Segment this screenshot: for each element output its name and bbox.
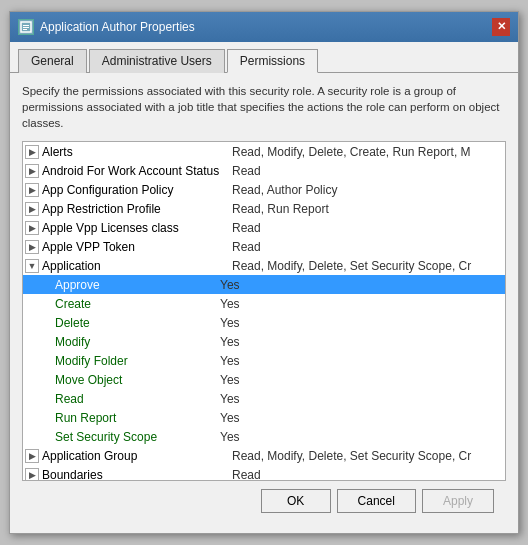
tree-item-perms: Read, Author Policy xyxy=(222,183,503,197)
description-text: Specify the permissions associated with … xyxy=(22,83,506,131)
window-title: Application Author Properties xyxy=(40,20,195,34)
expand-icon[interactable]: ▶ xyxy=(25,221,39,235)
tree-row[interactable]: ▶ Boundaries Read xyxy=(23,465,505,480)
tree-row[interactable]: ▶ App Configuration Policy Read, Author … xyxy=(23,180,505,199)
tree-row[interactable]: Move Object Yes xyxy=(23,370,505,389)
child-item-label: Modify xyxy=(55,335,210,349)
tree-row[interactable]: ▶ Apple Vpp Licenses class Read xyxy=(23,218,505,237)
tree-row[interactable]: ▶ Application Group Read, Modify, Delete… xyxy=(23,446,505,465)
child-item-label: Approve xyxy=(55,278,210,292)
tree-item-perms: Read, Modify, Delete, Set Security Scope… xyxy=(222,449,503,463)
tree-row[interactable]: ▶ Alerts Read, Modify, Delete, Create, R… xyxy=(23,142,505,161)
tree-row[interactable]: Set Security Scope Yes xyxy=(23,427,505,446)
title-bar-left: Application Author Properties xyxy=(18,19,195,35)
child-item-label: Run Report xyxy=(55,411,210,425)
svg-rect-2 xyxy=(23,27,29,28)
child-item-label: Set Security Scope xyxy=(55,430,210,444)
expand-icon[interactable]: ▶ xyxy=(25,240,39,254)
tree-row[interactable]: Delete Yes xyxy=(23,313,505,332)
expand-icon[interactable]: ▶ xyxy=(25,164,39,178)
tree-item-label: Apple Vpp Licenses class xyxy=(42,221,222,235)
tree-row[interactable]: ▶ App Restriction Profile Read, Run Repo… xyxy=(23,199,505,218)
child-item-perms: Yes xyxy=(210,430,240,444)
tree-row-selected[interactable]: Approve Yes xyxy=(23,275,505,294)
tree-row[interactable]: ▼ Application Read, Modify, Delete, Set … xyxy=(23,256,505,275)
tree-row[interactable]: Read Yes xyxy=(23,389,505,408)
tree-row[interactable]: ▶ Apple VPP Token Read xyxy=(23,237,505,256)
svg-rect-3 xyxy=(23,29,27,30)
child-item-perms: Yes xyxy=(210,297,240,311)
child-item-label: Read xyxy=(55,392,210,406)
tab-admin-users[interactable]: Administrative Users xyxy=(89,49,225,73)
tree-item-label: Alerts xyxy=(42,145,222,159)
child-item-label: Delete xyxy=(55,316,210,330)
content-area: Specify the permissions associated with … xyxy=(10,73,518,533)
tree-item-perms: Read xyxy=(222,164,503,178)
tree-item-label: Apple VPP Token xyxy=(42,240,222,254)
expand-icon[interactable]: ▶ xyxy=(25,468,39,481)
svg-rect-1 xyxy=(23,25,29,26)
child-item-perms: Yes xyxy=(210,335,240,349)
tree-row[interactable]: Create Yes xyxy=(23,294,505,313)
child-item-perms: Yes xyxy=(210,316,240,330)
child-item-perms: Yes xyxy=(210,278,240,292)
tree-item-perms: Read xyxy=(222,468,503,481)
window-icon xyxy=(18,19,34,35)
tree-item-perms: Read, Modify, Delete, Set Security Scope… xyxy=(222,259,503,273)
ok-button[interactable]: OK xyxy=(261,489,331,513)
tree-item-perms: Read, Run Report xyxy=(222,202,503,216)
main-window: Application Author Properties ✕ General … xyxy=(9,11,519,534)
tree-item-label: Boundaries xyxy=(42,468,222,481)
tree-row[interactable]: Modify Folder Yes xyxy=(23,351,505,370)
expand-icon[interactable]: ▶ xyxy=(25,145,39,159)
expand-icon[interactable]: ▶ xyxy=(25,449,39,463)
tree-item-perms: Read, Modify, Delete, Create, Run Report… xyxy=(222,145,503,159)
permissions-tree[interactable]: ▶ Alerts Read, Modify, Delete, Create, R… xyxy=(22,141,506,481)
tab-general[interactable]: General xyxy=(18,49,87,73)
tree-item-label: App Configuration Policy xyxy=(42,183,222,197)
child-item-label: Modify Folder xyxy=(55,354,210,368)
tree-item-label: Android For Work Account Status xyxy=(42,164,222,178)
tabs-bar: General Administrative Users Permissions xyxy=(10,42,518,73)
tree-item-perms: Read xyxy=(222,240,503,254)
child-item-perms: Yes xyxy=(210,354,240,368)
collapse-icon[interactable]: ▼ xyxy=(25,259,39,273)
tree-item-label: App Restriction Profile xyxy=(42,202,222,216)
tab-permissions[interactable]: Permissions xyxy=(227,49,318,73)
tree-row[interactable]: ▶ Android For Work Account Status Read xyxy=(23,161,505,180)
child-item-perms: Yes xyxy=(210,373,240,387)
child-item-perms: Yes xyxy=(210,411,240,425)
close-button[interactable]: ✕ xyxy=(492,18,510,36)
apply-button[interactable]: Apply xyxy=(422,489,494,513)
tree-row[interactable]: Run Report Yes xyxy=(23,408,505,427)
child-item-label: Create xyxy=(55,297,210,311)
expand-icon[interactable]: ▶ xyxy=(25,202,39,216)
buttons-bar: OK Cancel Apply xyxy=(22,481,506,523)
tree-row[interactable]: Modify Yes xyxy=(23,332,505,351)
child-item-label: Move Object xyxy=(55,373,210,387)
tree-scroll[interactable]: ▶ Alerts Read, Modify, Delete, Create, R… xyxy=(23,142,505,480)
cancel-button[interactable]: Cancel xyxy=(337,489,416,513)
expand-icon[interactable]: ▶ xyxy=(25,183,39,197)
child-item-perms: Yes xyxy=(210,392,240,406)
tree-item-label: Application xyxy=(42,259,222,273)
tree-item-label: Application Group xyxy=(42,449,222,463)
tree-item-perms: Read xyxy=(222,221,503,235)
title-bar: Application Author Properties ✕ xyxy=(10,12,518,42)
